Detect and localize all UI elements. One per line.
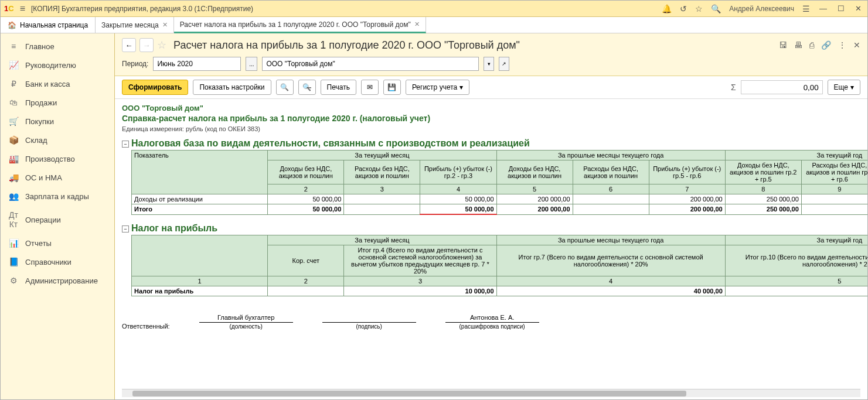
bell-icon[interactable]: 🔔	[662, 4, 672, 13]
print-button[interactable]: Печать	[321, 80, 356, 95]
sidebar-item[interactable]: 📈Руководителю	[1, 56, 114, 74]
org-dropdown-button[interactable]: ▾	[484, 57, 494, 71]
cell	[344, 194, 420, 204]
page-title: Расчет налога на прибыль за 1 полугодие …	[173, 39, 775, 52]
tab-closing-month[interactable]: Закрытие месяца ✕	[96, 17, 174, 33]
sidebar-item[interactable]: 📊Отчеты	[1, 234, 114, 252]
section1-table: Показатель За текущий месяц За прошлые м…	[131, 150, 867, 215]
register-button[interactable]: Регистр учета ▾	[406, 80, 469, 95]
print-icon[interactable]: 🖶	[794, 40, 802, 50]
find-next-button[interactable]: 🔍̶	[298, 80, 316, 95]
col-expense-y: Расходы без НДС, акцизов и пошлин гр.3 +…	[801, 160, 867, 184]
report-org: ООО "Торговый дом"	[122, 104, 867, 112]
col-num: 1	[132, 276, 268, 286]
user-name[interactable]: Андрей Алексеевич	[729, 5, 794, 13]
sidebar-item[interactable]: 🛒Покупки	[1, 112, 114, 131]
more-button[interactable]: Еще ▾	[828, 80, 860, 95]
form-button[interactable]: Сформировать	[122, 80, 188, 95]
sidebar-item[interactable]: 📘Справочники	[1, 252, 114, 271]
save-button[interactable]: 💾	[383, 80, 401, 95]
org-open-button[interactable]: ↗	[499, 57, 509, 71]
col-num: 4	[420, 184, 496, 194]
org-input[interactable]	[262, 57, 479, 71]
sidebar-item[interactable]: 🚚ОС и НМА	[1, 168, 114, 187]
sidebar-icon: 🚚	[9, 173, 18, 182]
col-num: 3	[344, 184, 420, 194]
horizontal-scrollbar[interactable]	[122, 389, 860, 397]
nav-forward-button[interactable]: →	[139, 38, 154, 52]
cell: 50 000,00	[420, 204, 496, 215]
sidebar-icon: ≡	[9, 42, 18, 51]
sidebar-item[interactable]: 👥Зарплата и кадры	[1, 187, 114, 206]
search-icon[interactable]: 🔍	[711, 4, 721, 13]
sidebar-item[interactable]: 🏭Производство	[1, 149, 114, 168]
sidebar-icon: 📈	[9, 60, 18, 70]
col-cur-year: За текущий год	[725, 151, 867, 160]
email-button[interactable]: ✉	[361, 80, 379, 95]
col-num: 2	[268, 276, 344, 286]
sidebar-label: Производство	[25, 155, 75, 163]
find-button[interactable]: 🔍	[276, 80, 294, 95]
sign-name: Антонова Е. А.	[445, 314, 539, 321]
tab-tax-calc[interactable]: Расчет налога на прибыль за 1 полугодие …	[174, 17, 426, 33]
report-area[interactable]: ООО "Торговый дом" Справка-расчет налога…	[115, 99, 867, 389]
minimize-button[interactable]: —	[817, 3, 829, 14]
preview-icon[interactable]: ⎙	[809, 40, 814, 50]
table-row-total: Итого50 000,0050 000,00200 000,00200 000…	[132, 204, 868, 215]
link-icon[interactable]: 🔗	[821, 40, 831, 50]
show-settings-button[interactable]: Показать настройки	[193, 80, 271, 95]
col-income-y: Доходы без НДС, акцизов и пошлин гр.2 + …	[725, 160, 801, 184]
close-window-button[interactable]: ✕	[853, 3, 864, 14]
table-row: Доходы от реализации50 000,0050 000,0020…	[132, 194, 868, 204]
sidebar-item[interactable]: 🛍Продажи	[1, 93, 114, 112]
menu-icon[interactable]: ≡	[20, 4, 25, 14]
col-past-months: За прошлые месяцы текущего года	[496, 151, 725, 160]
row-label: Налог на прибыль	[132, 286, 268, 296]
period-input[interactable]	[153, 57, 241, 71]
tab-home[interactable]: 🏠 Начальная страница	[1, 17, 96, 33]
sidebar-icon: 📦	[9, 135, 18, 145]
chevron-down-icon: ▾	[459, 83, 463, 91]
history-icon[interactable]: ↺	[680, 4, 687, 13]
star-icon[interactable]: ☆	[695, 4, 703, 13]
sum-field[interactable]	[741, 80, 823, 94]
sidebar-label: Банк и касса	[25, 80, 70, 88]
more-vert-icon[interactable]: ⋮	[838, 40, 846, 50]
tab-close-icon[interactable]: ✕	[162, 21, 168, 29]
cell	[801, 204, 867, 215]
period-picker-button[interactable]: ...	[246, 57, 257, 71]
col-num: 8	[725, 184, 801, 194]
tab-close-icon[interactable]: ✕	[414, 20, 420, 28]
close-icon[interactable]: ✕	[853, 40, 860, 50]
col-num: 3	[344, 276, 496, 286]
collapse-button[interactable]: −	[122, 141, 129, 148]
sidebar-label: Покупки	[25, 117, 54, 126]
sigma-icon: Σ	[731, 83, 736, 92]
sidebar-item[interactable]: ₽Банк и касса	[1, 74, 114, 93]
col-num: 5	[725, 276, 867, 286]
filter-icon[interactable]: ☰	[802, 4, 810, 13]
window-title: [КОПИЯ] Бухгалтерия предприятия, редакци…	[31, 5, 662, 13]
sidebar-label: Справочники	[25, 258, 72, 266]
sidebar-icon: 🏭	[9, 154, 18, 163]
cell: 200 000,00	[649, 194, 725, 204]
col-num: 6	[573, 184, 649, 194]
sidebar-item[interactable]: ⚙Администрирование	[1, 271, 114, 290]
col-cur-month: За текущий месяц	[268, 151, 496, 160]
section2-title: Налог на прибыль	[131, 223, 867, 234]
sidebar-item[interactable]: ≡Главное	[1, 37, 114, 56]
col-cur-month: За текущий месяц	[268, 235, 496, 245]
save-icon[interactable]: 🖫	[779, 40, 787, 50]
period-label: Период:	[122, 60, 148, 68]
collapse-button[interactable]: −	[122, 225, 129, 233]
nav-back-button[interactable]: ←	[122, 38, 136, 52]
maximize-button[interactable]: ☐	[835, 3, 847, 14]
col-c5: Итог гр.10 (Всего по видам деятельности …	[725, 245, 867, 276]
signature-row: Ответственный: Главный бухгалтер (должно…	[122, 314, 867, 330]
cell: 10 000,00	[344, 286, 496, 296]
col-expense-m: Расходы без НДС, акцизов и пошлин	[344, 160, 420, 184]
favorite-icon[interactable]: ☆	[157, 39, 166, 52]
sidebar-item[interactable]: 📦Склад	[1, 131, 114, 149]
logo-1c: 1С	[4, 4, 14, 13]
sidebar-item[interactable]: Дт КтОперации	[1, 206, 114, 234]
